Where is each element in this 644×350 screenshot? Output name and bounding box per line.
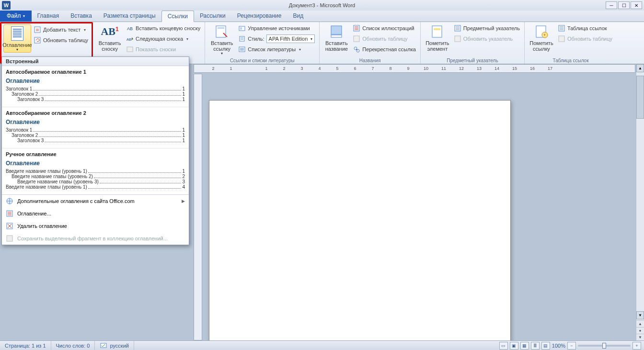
browse-object-button[interactable]: ●	[636, 327, 644, 334]
svg-rect-29	[7, 236, 12, 241]
svg-rect-25	[559, 36, 564, 42]
tab-home[interactable]: Главная	[32, 10, 65, 22]
update-toc-button[interactable]: Обновить таблицу	[32, 35, 90, 45]
toc-button[interactable]: Оглавление ▾	[3, 24, 31, 53]
svg-text:AB: AB	[127, 26, 133, 31]
close-button[interactable]: ✕	[631, 1, 642, 9]
save-selection-to-gallery: Сохранить выделенный фрагмент в коллекци…	[2, 232, 189, 245]
insert-custom-toc[interactable]: Оглавление...	[2, 207, 189, 220]
zoom-out-button[interactable]: −	[567, 342, 576, 350]
cross-reference-button[interactable]: Перекрестная ссылка	[351, 44, 417, 55]
bibliography-button[interactable]: Список литературы	[237, 44, 316, 55]
gallery-item-manual-toc[interactable]: Ручное оглавление Оглавление Введите наз…	[2, 148, 189, 194]
tab-view[interactable]: Вид	[287, 10, 309, 22]
prev-page-button[interactable]: ▲	[636, 320, 644, 327]
zoom-in-button[interactable]: +	[632, 342, 641, 350]
insert-endnote-button[interactable]: AB Вставить концевую сноску	[125, 23, 202, 34]
ruler-tick: 2	[283, 66, 285, 71]
ruler-tick: 16	[530, 66, 535, 71]
status-page[interactable]: Страница: 1 из 1	[0, 341, 51, 350]
document-page[interactable]	[209, 100, 511, 340]
insert-caption-button[interactable]: Вставить название	[322, 23, 350, 52]
add-text-button[interactable]: Добавить текст	[32, 24, 90, 35]
manage-sources-icon	[238, 24, 246, 32]
citation-style[interactable]: Стиль: APA Fifth Edition▾	[237, 34, 316, 44]
svg-rect-0	[34, 27, 40, 33]
style-icon	[238, 35, 246, 43]
update-toa-icon	[558, 35, 565, 43]
file-tab[interactable]: Файл ▾	[0, 10, 32, 22]
insert-footnote-button[interactable]: AB1 Вставить сноску	[96, 23, 124, 52]
tab-mailings[interactable]: Рассылки	[194, 10, 231, 22]
show-notes-button: Показать сноски	[125, 44, 202, 55]
zoom-slider[interactable]	[578, 345, 631, 347]
ruler-tick: 10	[424, 66, 428, 71]
globe-icon	[6, 197, 13, 205]
ruler-tick: 9	[407, 66, 409, 71]
word-app-icon: W	[2, 1, 11, 10]
view-full-screen[interactable]: ▣	[510, 342, 518, 350]
scroll-up-button[interactable]: ▲	[636, 64, 644, 72]
save-selection-icon	[6, 235, 13, 242]
group-label-citations: Ссылки и списки литературы	[208, 58, 316, 64]
manage-sources-button[interactable]: Управление источниками	[237, 23, 316, 34]
vertical-ruler[interactable]	[194, 74, 202, 340]
status-language[interactable]: русский	[95, 341, 134, 350]
table-of-figures-button[interactable]: Список иллюстраций	[351, 23, 417, 34]
toc-preview-line: Введите название главы (уровень 1)4	[6, 184, 185, 190]
horizontal-ruler[interactable]: 211234567891011121314151617	[194, 64, 635, 73]
next-page-button[interactable]: ▼	[636, 334, 644, 340]
remove-toc[interactable]: Удалить оглавление	[2, 220, 189, 232]
tab-page-layout[interactable]: Разметка страницы	[98, 10, 161, 22]
more-toc-office-com[interactable]: Дополнительные оглавления с сайта Office…	[2, 195, 189, 207]
footnote-icon: AB1	[102, 24, 117, 39]
svg-rect-20	[455, 36, 460, 42]
mark-citation-button[interactable]: + Пометить ссылку	[528, 23, 555, 52]
svg-rect-6	[218, 27, 224, 29]
update-toa-button: Обновить таблицу	[556, 34, 614, 44]
insert-toa-button[interactable]: Таблица ссылок	[556, 23, 614, 34]
svg-text:AB: AB	[126, 37, 132, 42]
ruler-tick: 3	[300, 66, 303, 71]
gallery-item-auto-toc-2[interactable]: Автособираемое оглавление 2 Оглавление З…	[2, 107, 189, 148]
group-toa: + Пометить ссылку Таблица ссылок Обновит…	[525, 22, 617, 64]
page-margin-area	[242, 135, 478, 340]
minimize-button[interactable]: ─	[606, 1, 617, 9]
maximize-button[interactable]: ☐	[618, 1, 630, 9]
svg-rect-8	[240, 27, 242, 30]
view-draft[interactable]: ▤	[541, 342, 550, 350]
crossref-icon	[353, 45, 360, 53]
insert-index-button[interactable]: Предметный указатель	[452, 23, 521, 34]
mark-entry-icon	[430, 24, 445, 39]
svg-rect-11	[331, 26, 342, 34]
view-outline[interactable]: ≣	[531, 342, 540, 350]
toc-custom-icon	[6, 210, 13, 217]
tab-references[interactable]: Ссылки	[161, 11, 194, 22]
scroll-down-button[interactable]: ▼	[636, 311, 644, 319]
add-text-icon	[34, 26, 41, 34]
vertical-scrollbar[interactable]: ▲ ▼ ▲ ● ▼	[636, 64, 644, 340]
status-word-count[interactable]: Число слов: 0	[51, 341, 95, 350]
mark-entry-button[interactable]: Пометить элемент	[424, 23, 451, 52]
citation-style-combo[interactable]: APA Fifth Edition▾	[266, 34, 315, 43]
mark-citation-icon: +	[534, 24, 549, 39]
next-footnote-button[interactable]: AB Следующая сноска	[125, 34, 202, 44]
update-index-button: Обновить указатель	[452, 34, 521, 44]
tab-review[interactable]: Рецензирование	[231, 10, 288, 22]
zoom-level[interactable]: 100%	[552, 343, 565, 349]
update-icon	[34, 36, 41, 44]
gallery-item-auto-toc-1[interactable]: Автособираемое оглавление 1 Оглавление З…	[2, 66, 189, 107]
svg-rect-9	[240, 36, 244, 41]
view-print-layout[interactable]: ▭	[499, 342, 508, 350]
scroll-thumb[interactable]	[636, 76, 644, 119]
view-web-layout[interactable]: ▦	[520, 342, 529, 350]
toc-icon	[10, 26, 25, 41]
show-notes-icon	[126, 45, 134, 53]
zoom-slider-knob[interactable]	[602, 343, 606, 349]
gallery-section-builtin: Встроенный	[2, 57, 189, 66]
ruler-tick: 15	[512, 66, 517, 71]
tab-insert[interactable]: Вставка	[65, 10, 98, 22]
remove-toc-icon	[6, 222, 13, 230]
insert-citation-button[interactable]: Вставить ссылку▾	[208, 23, 236, 56]
group-citations: Вставить ссылку▾ Управление источниками …	[205, 22, 320, 64]
